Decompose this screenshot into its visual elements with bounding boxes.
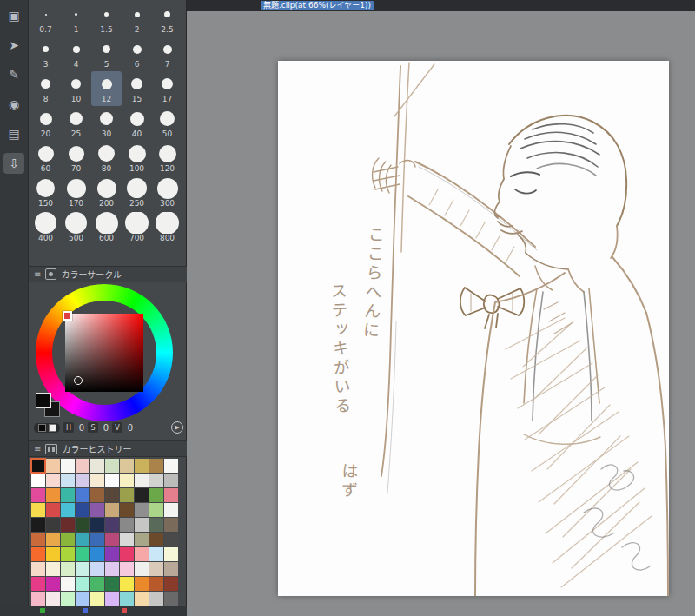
- history-swatch-31[interactable]: [46, 503, 60, 517]
- history-swatch-20[interactable]: [31, 488, 45, 502]
- history-swatch-53[interactable]: [76, 533, 89, 546]
- history-swatch-96[interactable]: [120, 592, 134, 606]
- history-swatch-51[interactable]: [46, 533, 60, 546]
- history-swatch-30[interactable]: [31, 503, 45, 517]
- history-swatch-83[interactable]: [76, 577, 89, 591]
- brush-size-200[interactable]: 200: [91, 176, 122, 210]
- history-swatch-66[interactable]: [120, 547, 134, 561]
- brush-size-15[interactable]: 15: [122, 71, 152, 106]
- history-swatch-49[interactable]: [164, 518, 178, 532]
- history-swatch-62[interactable]: [61, 547, 75, 561]
- history-swatch-48[interactable]: [149, 518, 163, 532]
- history-swatch-75[interactable]: [105, 562, 119, 576]
- panel-menu-icon[interactable]: ≡: [34, 270, 41, 279]
- history-swatch-22[interactable]: [61, 488, 75, 502]
- history-swatch-40[interactable]: [31, 518, 45, 532]
- brush-size-7[interactable]: 7: [152, 36, 182, 71]
- history-swatch-35[interactable]: [105, 503, 119, 517]
- history-swatch-7[interactable]: [135, 459, 149, 473]
- history-swatch-61[interactable]: [46, 547, 60, 561]
- history-swatch-27[interactable]: [135, 488, 149, 502]
- history-swatch-68[interactable]: [149, 547, 163, 561]
- brush-size-3[interactable]: 3: [30, 36, 61, 71]
- brush-size-250[interactable]: 250: [122, 176, 152, 210]
- brush-size-600[interactable]: 600: [91, 210, 122, 245]
- history-swatch-63[interactable]: [76, 547, 89, 561]
- brush-size-40[interactable]: 40: [122, 106, 152, 141]
- sv-marker-square[interactable]: [63, 311, 72, 321]
- brush-size-20[interactable]: 20: [30, 106, 61, 141]
- history-swatch-9[interactable]: [164, 459, 178, 473]
- brush-size-2[interactable]: 2: [122, 2, 152, 36]
- value-mode-button[interactable]: V: [112, 422, 122, 433]
- history-swatch-60[interactable]: [31, 547, 45, 561]
- sv-marker-circle[interactable]: [74, 376, 83, 385]
- brush-size-400[interactable]: 400: [30, 210, 61, 245]
- history-swatch-82[interactable]: [61, 577, 75, 591]
- footer-swatch-1[interactable]: [83, 608, 88, 613]
- history-swatch-47[interactable]: [135, 518, 149, 532]
- brush-size-80[interactable]: 80: [91, 141, 122, 176]
- brush-size-2.5[interactable]: 2.5: [152, 2, 182, 36]
- brush-size-1[interactable]: 1: [61, 2, 91, 36]
- history-swatch-92[interactable]: [61, 592, 75, 606]
- history-swatch-0[interactable]: [31, 459, 45, 473]
- history-swatch-76[interactable]: [120, 562, 134, 576]
- history-swatch-39[interactable]: [164, 503, 178, 517]
- history-swatch-2[interactable]: [61, 459, 75, 473]
- history-swatch-56[interactable]: [120, 533, 134, 546]
- history-swatch-86[interactable]: [120, 577, 134, 591]
- history-swatch-64[interactable]: [90, 547, 104, 561]
- history-swatch-14[interactable]: [90, 474, 104, 487]
- history-swatch-29[interactable]: [164, 488, 178, 502]
- brush-size-25[interactable]: 25: [61, 106, 91, 141]
- history-swatch-23[interactable]: [76, 488, 89, 502]
- history-swatch-77[interactable]: [135, 562, 149, 576]
- history-swatch-88[interactable]: [149, 577, 163, 591]
- history-swatch-45[interactable]: [105, 518, 119, 532]
- history-swatch-18[interactable]: [149, 474, 163, 487]
- history-swatch-8[interactable]: [149, 459, 163, 473]
- brush-size-300[interactable]: 300: [152, 176, 182, 210]
- wheel-mode-toggle-icon[interactable]: ▶: [171, 421, 183, 434]
- history-swatch-21[interactable]: [46, 488, 60, 502]
- history-swatch-65[interactable]: [105, 547, 119, 561]
- footer-swatch-0[interactable]: [40, 608, 45, 613]
- history-swatch-12[interactable]: [61, 474, 75, 487]
- history-swatch-42[interactable]: [61, 518, 75, 532]
- history-swatch-33[interactable]: [76, 503, 89, 517]
- history-swatch-43[interactable]: [76, 518, 89, 532]
- history-swatch-24[interactable]: [90, 488, 104, 502]
- history-swatch-10[interactable]: [31, 474, 45, 487]
- brush-size-12[interactable]: 12: [91, 71, 122, 106]
- history-swatch-78[interactable]: [149, 562, 163, 576]
- history-swatch-99[interactable]: [164, 592, 178, 606]
- history-swatch-11[interactable]: [46, 474, 60, 487]
- history-swatch-94[interactable]: [90, 592, 104, 606]
- history-swatch-44[interactable]: [90, 518, 104, 532]
- history-swatch-3[interactable]: [76, 459, 89, 473]
- history-swatch-72[interactable]: [61, 562, 75, 576]
- history-swatch-16[interactable]: [120, 474, 134, 487]
- history-swatch-85[interactable]: [105, 577, 119, 591]
- brush-size-170[interactable]: 170: [61, 176, 91, 210]
- history-swatch-73[interactable]: [76, 562, 89, 576]
- history-swatch-81[interactable]: [46, 577, 60, 591]
- download-icon[interactable]: ⇩: [3, 153, 24, 174]
- history-swatch-6[interactable]: [120, 459, 134, 473]
- timeline-icon[interactable]: ▤: [3, 123, 24, 144]
- history-swatch-1[interactable]: [46, 459, 60, 473]
- history-swatch-80[interactable]: [31, 577, 45, 591]
- history-swatch-69[interactable]: [164, 547, 178, 561]
- history-swatch-55[interactable]: [105, 533, 119, 546]
- foreground-color-swatch[interactable]: [36, 393, 51, 408]
- panel-menu-icon[interactable]: ≡: [34, 445, 41, 454]
- drawing-canvas[interactable]: ここらへんに ステッキがいる はず: [278, 61, 669, 596]
- color-set-icon[interactable]: ◉: [3, 94, 24, 115]
- brush-size-700[interactable]: 700: [122, 210, 152, 245]
- history-swatch-34[interactable]: [90, 503, 104, 517]
- history-swatch-4[interactable]: [90, 459, 104, 473]
- history-swatch-90[interactable]: [31, 592, 45, 606]
- brush-size-4[interactable]: 4: [61, 36, 91, 71]
- history-swatch-84[interactable]: [90, 577, 104, 591]
